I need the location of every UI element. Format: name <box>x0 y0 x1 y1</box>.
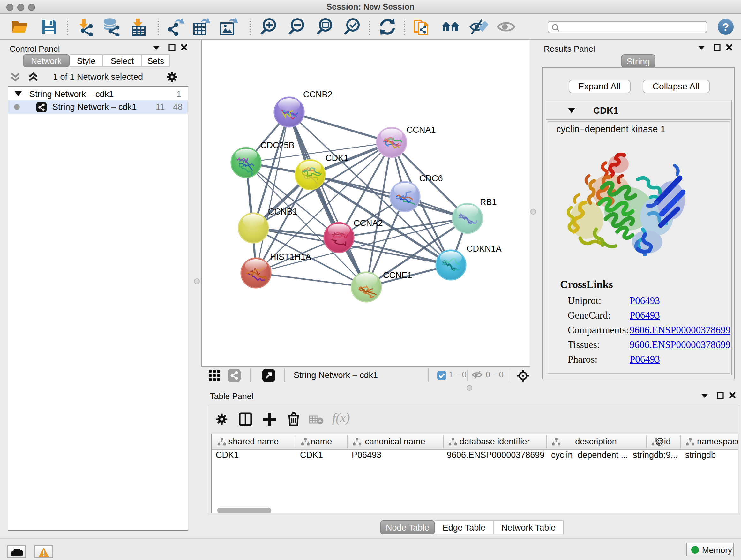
svg-text:CDK1: CDK1 <box>326 153 348 163</box>
svg-text:CCNB2: CCNB2 <box>303 90 333 99</box>
svg-text:?: ? <box>723 21 729 33</box>
svg-text:CDC6: CDC6 <box>419 174 443 183</box>
svg-text:CCNE1: CCNE1 <box>383 270 412 280</box>
svg-text:HIST1H1A: HIST1H1A <box>270 252 311 262</box>
svg-text:CDKN1A: CDKN1A <box>467 244 502 253</box>
svg-text:CCNA1: CCNA1 <box>407 125 436 135</box>
svg-text:CCNA2: CCNA2 <box>354 219 383 228</box>
svg-text:CCNB1: CCNB1 <box>268 207 297 216</box>
svg-text:RB1: RB1 <box>480 197 497 207</box>
svg-text:CDC25B: CDC25B <box>260 140 294 150</box>
